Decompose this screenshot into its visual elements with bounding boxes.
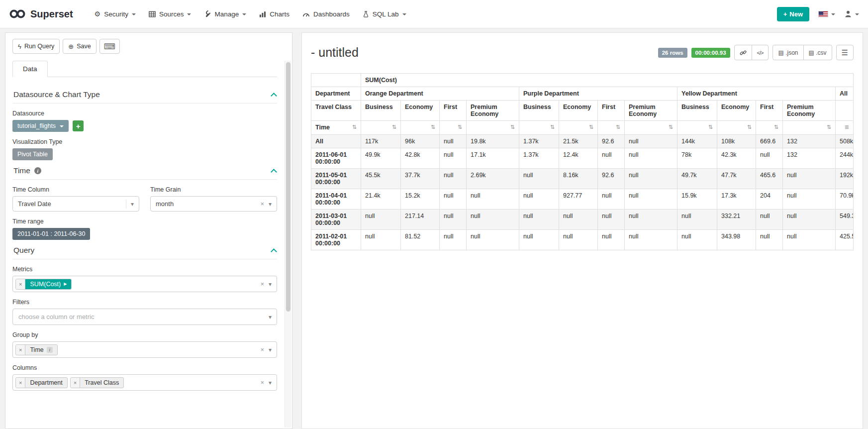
columns-token[interactable]: × Department — [15, 377, 68, 388]
metric-token[interactable]: × SUM(Cost) ▶ — [15, 279, 72, 290]
pivot-value-cell: 204 — [756, 189, 783, 210]
column-sort-header[interactable]: ⇅ — [783, 121, 836, 135]
pivot-row: 2011-03-01 00:00:00null217.14nullnullnul… — [311, 210, 854, 230]
department-header-row: Department Orange Department Purple Depa… — [311, 87, 854, 101]
new-button[interactable]: + New — [777, 7, 809, 21]
pivot-value-cell: null — [598, 148, 625, 169]
filters-label: Filters — [12, 299, 277, 306]
clear-icon[interactable]: × — [260, 346, 264, 353]
column-sort-header[interactable]: ⇅ — [717, 121, 756, 135]
nav-item-sources[interactable]: Sources — [142, 5, 198, 23]
pivot-value-cell: 15.9k — [677, 189, 717, 210]
time-grain-value: month — [156, 200, 174, 208]
metrics-select[interactable]: × SUM(Cost) ▶ × ▾ — [12, 276, 277, 292]
run-query-button[interactable]: ϟ Run Query — [12, 39, 60, 54]
pivot-value-cell: 49.7k — [677, 169, 717, 189]
sort-icon: ⇅ — [458, 124, 462, 130]
clear-icon[interactable]: × — [260, 379, 264, 386]
chevron-up-icon — [271, 93, 277, 99]
pivot-value-cell: 144k — [677, 135, 717, 148]
pivot-value-cell: 19.8k — [467, 135, 519, 148]
chart-menu-button[interactable]: ☰ — [836, 45, 854, 60]
divider — [126, 200, 126, 209]
column-sort-header[interactable]: ⇅ — [401, 121, 440, 135]
save-button[interactable]: ⊕ Save — [63, 39, 96, 54]
datasource-select[interactable]: tutorial_flights — [12, 120, 69, 132]
short-link-button[interactable] — [734, 45, 752, 60]
nav-item-charts[interactable]: Charts — [253, 5, 296, 23]
result-actions: 26 rows 00:00:00.93 </> — [658, 45, 854, 60]
remove-token-icon[interactable]: × — [16, 279, 25, 289]
groupby-select[interactable]: × Time i × ▾ — [12, 341, 277, 358]
nav-item-dashboards[interactable]: Dashboards — [296, 5, 356, 23]
column-sort-header[interactable]: ⇅ — [361, 121, 401, 135]
viz-type-value: Pivot Table — [17, 151, 48, 158]
clear-icon[interactable]: × — [260, 200, 264, 208]
edit-datasource-button[interactable]: + — [73, 120, 84, 131]
time-grain-select[interactable]: month × ▾ — [150, 196, 277, 212]
section-query-header[interactable]: Query — [12, 240, 277, 259]
view-query-button[interactable]: </> — [752, 45, 769, 60]
remove-token-icon[interactable]: × — [16, 378, 25, 388]
column-sort-header[interactable]: ⇅ — [519, 121, 559, 135]
remove-token-icon[interactable]: × — [16, 345, 25, 355]
hamburger-icon: ☰ — [842, 48, 848, 57]
sort-icon: ⇅ — [589, 124, 593, 130]
viz-type-select[interactable]: Pivot Table — [12, 148, 53, 160]
columns-token[interactable]: × Travel Class — [70, 377, 124, 388]
travel-class-header: Premium Economy — [625, 101, 677, 121]
section-datasource-header[interactable]: Datasource & Chart Type — [12, 84, 277, 104]
sort-amount-header[interactable]: ≣ — [836, 121, 854, 135]
filters-placeholder: choose a column or metric — [14, 313, 94, 321]
pivot-value-cell: null — [440, 210, 467, 230]
column-sort-header[interactable]: ⇅ — [598, 121, 625, 135]
groupby-token[interactable]: × Time i — [15, 344, 58, 355]
column-sort-header[interactable]: ⇅ — [467, 121, 519, 135]
link-icon — [740, 49, 747, 56]
tab-data[interactable]: Data — [12, 61, 48, 77]
column-sort-header[interactable]: ⇅ — [756, 121, 783, 135]
travel-class-header: Premium Economy — [783, 101, 836, 121]
user-menu-dropdown[interactable] — [844, 10, 859, 18]
clear-icon[interactable]: × — [260, 280, 264, 288]
filters-select[interactable]: choose a column or metric ▾ — [12, 309, 277, 325]
export-json-button[interactable]: ▤ .json — [772, 45, 803, 60]
column-sort-header[interactable]: ⇅ — [559, 121, 598, 135]
scrollbar-thumb[interactable] — [286, 62, 290, 312]
pivot-value-cell: 2.69k — [467, 169, 519, 189]
superset-logo[interactable]: Superset — [9, 8, 73, 20]
nav-menu: ⚙ Security Sources Manage — [88, 5, 413, 23]
section-time-header[interactable]: Time i — [12, 160, 277, 180]
time-sort-header[interactable]: Time ⇅ — [311, 121, 361, 135]
chevron-down-icon — [831, 13, 835, 15]
department-header: Purple Department — [519, 87, 677, 101]
nav-item-sql-lab[interactable]: SQL Lab — [356, 5, 413, 23]
keyboard-shortcuts-button[interactable]: ⌨ — [99, 39, 120, 54]
column-sort-header[interactable]: ⇅ — [625, 121, 677, 135]
column-sort-header[interactable]: ⇅ — [677, 121, 717, 135]
groupby-token-label: Time i — [25, 345, 57, 355]
export-csv-button[interactable]: ▤ .csv — [803, 45, 832, 60]
language-dropdown[interactable] — [818, 11, 835, 17]
columns-select[interactable]: × Department × Travel Class × ▾ — [12, 374, 277, 391]
datasource-label: Datasource — [12, 110, 277, 117]
pivot-value-cell: 81.52 — [401, 230, 440, 250]
row-count-badge: 26 rows — [658, 48, 687, 58]
travel-class-header-row: Travel Class BusinessEconomyFirstPremium… — [311, 101, 854, 121]
travel-class-header: Economy — [559, 101, 598, 121]
department-axis-header: Department — [311, 87, 361, 101]
nav-item-security[interactable]: ⚙ Security — [88, 5, 142, 23]
time-range-badge[interactable]: 2011-01-01 : 2011-06-30 — [12, 228, 90, 240]
time-grain-label: Time Grain — [150, 186, 277, 193]
metric-header-cell: SUM(Cost) — [361, 74, 854, 87]
panel-scrollbar[interactable] — [285, 61, 291, 428]
nav-item-manage[interactable]: Manage — [197, 5, 253, 23]
time-column-select[interactable]: Travel Date ▾ — [12, 196, 139, 212]
remove-token-icon[interactable]: × — [71, 378, 80, 388]
sort-icon: ⇅ — [774, 124, 778, 130]
file-icon: ▤ — [809, 49, 814, 56]
column-sort-header[interactable]: ⇅ — [440, 121, 467, 135]
bolt-icon: ϟ — [18, 43, 21, 50]
pivot-value-cell: null — [519, 210, 559, 230]
wrench-icon — [204, 10, 211, 17]
